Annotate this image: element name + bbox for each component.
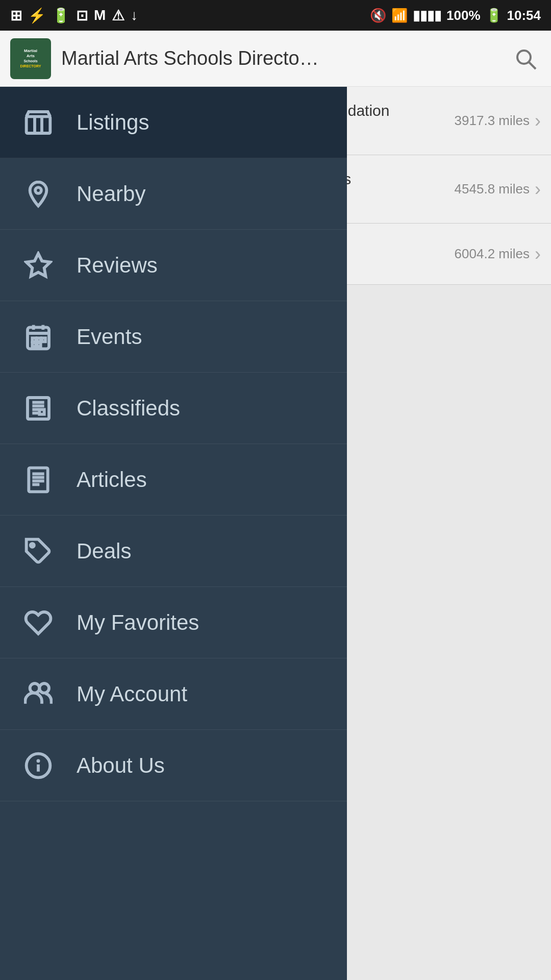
sidebar-item-classifieds[interactable]: Classifieds xyxy=(0,373,347,444)
svg-rect-17 xyxy=(37,338,41,341)
app-logo: Martial Arts Schools DIRECTORY xyxy=(10,38,51,79)
svg-text:DIRECTORY: DIRECTORY xyxy=(20,64,41,68)
battery-icon: 🔋 xyxy=(486,8,502,23)
item-2-distance: 4545.8 miles xyxy=(455,181,530,197)
app-title: Martial Arts Schools Directo… xyxy=(61,47,510,69)
star-icon xyxy=(20,248,56,283)
sidebar-item-events[interactable]: Events xyxy=(0,301,347,373)
svg-line-6 xyxy=(529,62,536,69)
warning-icon: ⚠ xyxy=(112,7,124,24)
tag-icon xyxy=(20,533,56,569)
status-icons-left: ⊞ ⚡ 🔋 ⊡ M ⚠ ↓ xyxy=(10,7,138,24)
calendar-icon xyxy=(20,319,56,355)
svg-point-32 xyxy=(31,543,34,547)
sidebar-item-nearby[interactable]: Nearby xyxy=(0,158,347,230)
svg-rect-16 xyxy=(32,338,36,341)
usb-icon: ⚡ xyxy=(28,7,46,24)
sidebar-item-listings[interactable]: Listings xyxy=(0,87,347,158)
store-icon xyxy=(20,105,56,140)
sidebar-item-my-favorites[interactable]: My Favorites xyxy=(0,587,347,658)
svg-text:Arts: Arts xyxy=(27,54,35,58)
wifi-icon: 📶 xyxy=(391,8,408,23)
sidebar-label-reviews: Reviews xyxy=(77,253,158,278)
heart-icon xyxy=(20,605,56,641)
sidebar-label-classifieds: Classifieds xyxy=(77,396,180,421)
add-icon: ⊞ xyxy=(10,7,22,24)
sidebar-label-about-us: About Us xyxy=(77,753,165,778)
svg-rect-19 xyxy=(32,342,36,346)
item-3-distance: 6004.2 miles xyxy=(455,246,530,262)
signal-icon: ▮▮▮▮ xyxy=(413,8,441,23)
sidebar-item-about-us[interactable]: About Us xyxy=(0,730,347,801)
sidebar-item-articles[interactable]: Articles xyxy=(0,444,347,516)
sidebar-item-my-account[interactable]: My Account xyxy=(0,658,347,730)
svg-text:Schools: Schools xyxy=(23,59,37,63)
clock: 10:54 xyxy=(507,8,541,23)
svg-rect-26 xyxy=(39,409,44,414)
sidebar-label-my-favorites: My Favorites xyxy=(77,610,199,635)
svg-marker-11 xyxy=(27,253,51,276)
gmail-icon: M xyxy=(94,7,106,23)
chevron-right-icon: › xyxy=(535,110,541,132)
svg-point-34 xyxy=(39,683,49,693)
battery-charge-icon: 🔋 xyxy=(52,7,70,24)
logo-text: Martial Arts Schools DIRECTORY xyxy=(15,42,46,76)
svg-point-5 xyxy=(517,51,531,64)
item-1-distance: 3917.3 miles xyxy=(455,113,530,129)
battery-percent: 100% xyxy=(446,8,481,23)
sidebar-item-deals[interactable]: Deals xyxy=(0,516,347,587)
sidebar-label-articles: Articles xyxy=(77,468,147,492)
sidebar-label-deals: Deals xyxy=(77,539,131,564)
svg-rect-18 xyxy=(42,338,45,341)
chevron-right-icon-3: › xyxy=(535,243,541,265)
sidebar-drawer: Listings Nearby Reviews xyxy=(0,87,347,980)
sidebar-label-events: Events xyxy=(77,325,142,349)
main-layout: m Foundation da, 3917.3 miles › rtial Ar… xyxy=(0,87,551,980)
app-header: Martial Arts Schools DIRECTORY Martial A… xyxy=(0,31,551,87)
map-pin-icon xyxy=(20,176,56,212)
svg-point-10 xyxy=(35,187,41,193)
download-icon: ↓ xyxy=(131,7,138,23)
document-icon xyxy=(20,462,56,498)
mute-icon: 🔇 xyxy=(370,8,386,23)
status-icons-right: 🔇 📶 ▮▮▮▮ 100% 🔋 10:54 xyxy=(370,8,541,23)
svg-rect-20 xyxy=(37,342,41,346)
sidebar-label-listings: Listings xyxy=(77,110,149,135)
svg-text:Martial: Martial xyxy=(24,48,37,53)
screen-icon: ⊡ xyxy=(76,7,88,24)
search-button[interactable] xyxy=(510,43,541,74)
chevron-right-icon-2: › xyxy=(535,179,541,200)
status-bar: ⊞ ⚡ 🔋 ⊡ M ⚠ ↓ 🔇 📶 ▮▮▮▮ 100% 🔋 10:54 xyxy=(0,0,551,31)
account-icon xyxy=(20,676,56,712)
info-icon xyxy=(20,748,56,783)
sidebar-label-nearby: Nearby xyxy=(77,182,145,206)
svg-rect-7 xyxy=(27,116,51,133)
newspaper-icon xyxy=(20,390,56,426)
sidebar-label-my-account: My Account xyxy=(77,682,187,706)
sidebar-item-reviews[interactable]: Reviews xyxy=(0,230,347,301)
